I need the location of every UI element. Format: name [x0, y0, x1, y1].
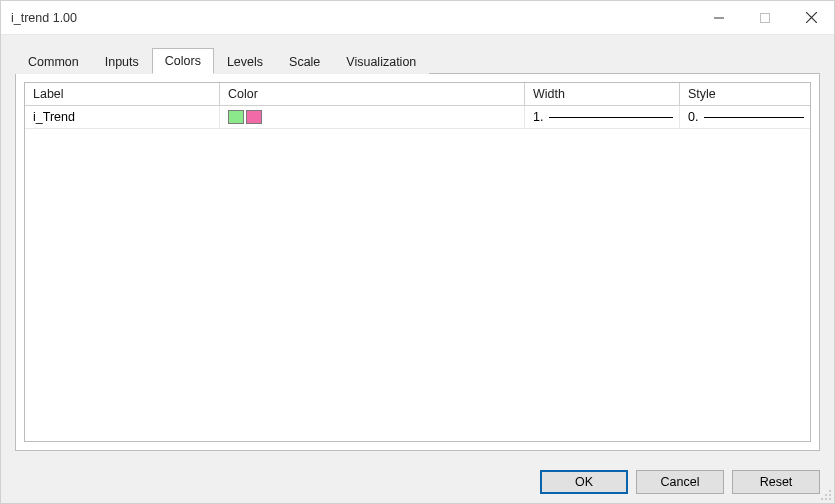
- button-label: OK: [575, 475, 593, 489]
- dialog-window: i_trend 1.00 Common Inputs Colors Levels…: [0, 0, 835, 504]
- titlebar: i_trend 1.00: [1, 1, 834, 35]
- tab-common[interactable]: Common: [15, 49, 92, 74]
- col-header-width[interactable]: Width: [525, 83, 680, 105]
- maximize-button: [742, 1, 788, 34]
- tab-scale[interactable]: Scale: [276, 49, 333, 74]
- ok-button[interactable]: OK: [540, 470, 628, 494]
- minimize-button[interactable]: [696, 1, 742, 34]
- tab-visualization[interactable]: Visualization: [333, 49, 429, 74]
- tab-label: Visualization: [346, 55, 416, 69]
- cell-label[interactable]: i_Trend: [25, 106, 220, 128]
- cell-width[interactable]: 1.: [525, 106, 680, 128]
- grid-empty-area: [25, 129, 810, 441]
- tab-label: Colors: [165, 54, 201, 68]
- svg-point-4: [829, 490, 831, 492]
- window-controls: [696, 1, 834, 34]
- style-number: 0.: [688, 110, 698, 124]
- table-row[interactable]: i_Trend 1.: [25, 106, 810, 129]
- tabstrip: Common Inputs Colors Levels Scale Visual…: [15, 47, 820, 73]
- window-title: i_trend 1.00: [11, 11, 77, 25]
- maximize-icon: [760, 13, 770, 23]
- button-label: Reset: [760, 475, 793, 489]
- content-area: Common Inputs Colors Levels Scale Visual…: [1, 35, 834, 461]
- tab-label: Inputs: [105, 55, 139, 69]
- tab-label: Scale: [289, 55, 320, 69]
- style-line-preview: [704, 117, 804, 118]
- tab-panel-colors: Label Color Width Style i_Trend: [15, 73, 820, 451]
- col-header-style[interactable]: Style: [680, 83, 810, 105]
- col-header-label[interactable]: Label: [25, 83, 220, 105]
- dialog-footer: OK Cancel Reset: [1, 461, 834, 503]
- col-header-text: Style: [688, 87, 716, 101]
- svg-point-6: [829, 494, 831, 496]
- tab-inputs[interactable]: Inputs: [92, 49, 152, 74]
- tab-label: Common: [28, 55, 79, 69]
- color-swatch-2[interactable]: [246, 110, 262, 124]
- cell-color[interactable]: [220, 106, 525, 128]
- svg-point-8: [825, 498, 827, 500]
- reset-button[interactable]: Reset: [732, 470, 820, 494]
- minimize-icon: [714, 13, 724, 23]
- tab-colors[interactable]: Colors: [152, 48, 214, 74]
- col-header-text: Width: [533, 87, 565, 101]
- width-number: 1.: [533, 110, 543, 124]
- style-value: 0.: [688, 110, 804, 124]
- col-header-text: Color: [228, 87, 258, 101]
- svg-point-7: [821, 498, 823, 500]
- row-label: i_Trend: [33, 110, 75, 124]
- svg-rect-1: [761, 13, 770, 22]
- color-swatch-1[interactable]: [228, 110, 244, 124]
- close-button[interactable]: [788, 1, 834, 34]
- tab-levels[interactable]: Levels: [214, 49, 276, 74]
- tab-label: Levels: [227, 55, 263, 69]
- resize-grip-icon[interactable]: [820, 489, 832, 501]
- col-header-color[interactable]: Color: [220, 83, 525, 105]
- cell-style[interactable]: 0.: [680, 106, 810, 128]
- svg-point-5: [825, 494, 827, 496]
- svg-point-9: [829, 498, 831, 500]
- col-header-text: Label: [33, 87, 64, 101]
- close-icon: [806, 12, 817, 23]
- color-swatches: [228, 110, 262, 124]
- width-line-preview: [549, 117, 673, 118]
- cancel-button[interactable]: Cancel: [636, 470, 724, 494]
- button-label: Cancel: [661, 475, 700, 489]
- width-value: 1.: [533, 110, 673, 124]
- colors-grid: Label Color Width Style i_Trend: [24, 82, 811, 442]
- grid-header: Label Color Width Style: [25, 83, 810, 106]
